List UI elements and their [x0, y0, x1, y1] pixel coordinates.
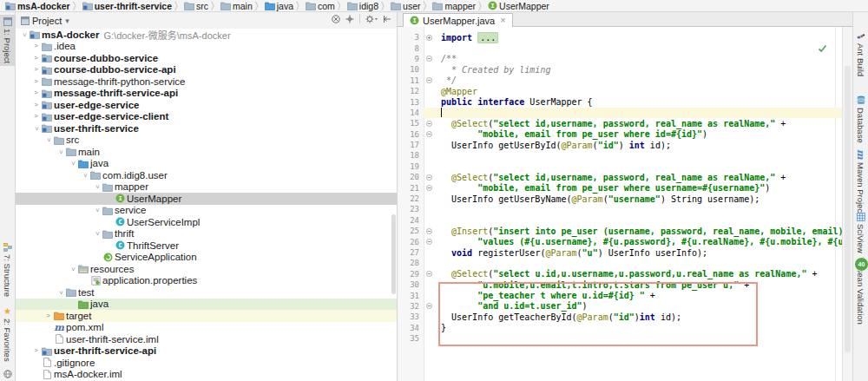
line-number[interactable]: 25: [398, 226, 424, 236]
tree-item-user-edge-service-client[interactable]: >user-edge-service-client: [16, 111, 397, 123]
toolwindow-button----favorites[interactable]: ★2: Favorites: [0, 304, 15, 365]
line-number[interactable]: 20: [398, 172, 424, 182]
chevron-down-icon[interactable]: >: [69, 159, 76, 168]
chevron-down-icon[interactable]: >: [94, 229, 101, 239]
line-number[interactable]: 13: [398, 96, 424, 107]
code-line-26[interactable]: 26 "values (#{u.username}, #{u.password}…: [398, 236, 842, 246]
breadcrumb-item-user-thrift-service[interactable]: user-thrift-service: [82, 0, 172, 11]
tree-item-mapper[interactable]: >mapper: [16, 181, 397, 194]
breadcrumb-item-main[interactable]: main: [220, 0, 253, 11]
code-editor[interactable]: 3import ...89/**10 * Created by liming11…: [398, 27, 852, 381]
chevron-down-icon[interactable]: >: [94, 206, 101, 215]
fold-marker-icon[interactable]: [424, 182, 434, 193]
tree-item-user-thrift-service.iml[interactable]: user-thrift-service.iml: [16, 333, 397, 345]
line-number[interactable]: 16: [398, 129, 424, 140]
locate-icon[interactable]: [345, 15, 354, 23]
tree-item-ThriftServer[interactable]: CThriftServer: [16, 240, 397, 252]
fold-marker-icon[interactable]: [424, 129, 434, 140]
chevron-right-icon[interactable]: >: [31, 66, 41, 73]
fold-marker-icon[interactable]: [424, 236, 434, 246]
tree-item-message-thrift-service-api[interactable]: >message-thrift-service-api: [16, 88, 397, 100]
collapse-all-icon[interactable]: [332, 15, 340, 23]
chevron-right-icon[interactable]: >: [31, 102, 41, 108]
tree-item-message-thrift-python-service[interactable]: >message-thrift-python-service: [16, 76, 397, 88]
breadcrumb-item-java[interactable]: java: [265, 0, 293, 11]
line-number[interactable]: 31: [398, 290, 424, 300]
tree-item-resources[interactable]: >resources: [16, 263, 397, 275]
toolwindow-button-ant-build[interactable]: Ant Build: [853, 30, 868, 79]
breadcrumb-item-msA-docker[interactable]: msA-docker: [5, 0, 70, 11]
line-number[interactable]: 34: [398, 323, 424, 333]
line-number[interactable]: 24: [398, 215, 424, 226]
chevron-right-icon[interactable]: >: [43, 312, 53, 319]
tree-item-course-dubbo-service[interactable]: >course-dubbo-service: [16, 52, 397, 64]
chevron-down-icon[interactable]: >: [69, 264, 76, 273]
code-line-18[interactable]: 18: [398, 150, 842, 161]
breadcrumb-item-src[interactable]: src: [184, 0, 208, 11]
code-line-23[interactable]: 23: [398, 204, 842, 214]
tree-item-main[interactable]: >main: [16, 146, 397, 158]
tree-item-user-edge-service[interactable]: >user-edge-service: [16, 99, 397, 111]
line-number[interactable]: 22: [398, 194, 424, 204]
tree-scrollbar[interactable]: [391, 214, 396, 294]
toolwindow-button-database[interactable]: Database: [853, 93, 868, 146]
chevron-right-icon[interactable]: >: [31, 78, 41, 85]
code-line-29[interactable]: 29 @Select("select u.id,u.username,u.pas…: [398, 269, 842, 279]
toolwindow-button----structure[interactable]: 7: Structure: [0, 240, 15, 299]
fold-marker-icon[interactable]: [424, 226, 434, 236]
line-number[interactable]: 3: [398, 32, 424, 43]
tree-item-thrift[interactable]: >thrift: [16, 228, 397, 240]
chevron-right-icon[interactable]: >: [31, 43, 41, 49]
tree-item-msA-docker.iml[interactable]: msA-docker.iml: [16, 369, 397, 381]
code-line-20[interactable]: 20 @Select("select id,username, password…: [398, 172, 842, 182]
toolwindow-button-web[interactable]: Web: [0, 367, 15, 381]
editor-scrollbar-thumb[interactable]: [845, 66, 851, 352]
tree-item-java[interactable]: >java: [16, 158, 397, 170]
tree-item-user-thrift-service[interactable]: >user-thrift-service: [16, 122, 397, 135]
line-number[interactable]: 15: [398, 118, 424, 128]
hide-icon[interactable]: [383, 15, 391, 23]
chevron-down-icon[interactable]: >: [57, 147, 64, 156]
breadcrumb-item-mapper[interactable]: mapper: [432, 0, 476, 11]
fold-marker-icon[interactable]: [424, 301, 434, 312]
code-line-13[interactable]: 13public interface UserMapper {: [398, 96, 842, 107]
tree-item-target[interactable]: >target: [16, 310, 397, 322]
fold-marker-icon[interactable]: [424, 76, 434, 86]
tree-item-msA-docker[interactable]: >msA-dockerG:\docker-微服务\msA-docker: [16, 29, 397, 41]
line-number[interactable]: 21: [398, 182, 424, 193]
line-number[interactable]: 18: [398, 150, 424, 161]
chevron-down-icon[interactable]: ▾: [65, 16, 69, 25]
code-line-17[interactable]: 17 UserInfo getUserById(@Param("id") int…: [398, 140, 842, 150]
code-line-22[interactable]: 22 UserInfo getUserByName(@Param("userna…: [398, 194, 842, 204]
code-line-3[interactable]: 3import ...: [398, 32, 842, 43]
tree-item-service[interactable]: >service: [16, 205, 397, 217]
line-number[interactable]: 35: [398, 333, 424, 344]
tree-item-.idea[interactable]: >.idea: [16, 41, 397, 53]
chevron-down-icon[interactable]: >: [57, 287, 64, 297]
settings-icon[interactable]: [365, 15, 378, 23]
breadcrumb-item-idig8[interactable]: idig8: [347, 0, 378, 11]
code-line-27[interactable]: 27 void registerUser(@Param("u") UserInf…: [398, 247, 842, 258]
fold-marker-icon[interactable]: [424, 172, 434, 182]
tree-item-src[interactable]: >src: [16, 135, 397, 147]
tree-item-com.idig8.user[interactable]: >com.idig8.user: [16, 169, 397, 181]
close-icon[interactable]: ×: [500, 16, 505, 25]
tree-item-UserMapper[interactable]: IUserMapper: [16, 193, 397, 205]
chevron-down-icon[interactable]: >: [33, 123, 40, 133]
code-line-21[interactable]: 21 "mobile, email from pe_user where use…: [398, 182, 842, 193]
tree-item-pom.xml[interactable]: mpom.xml: [16, 322, 397, 334]
line-number[interactable]: 26: [398, 236, 424, 246]
tab-usermapper-java[interactable]: I UserMapper.java ×: [403, 13, 513, 27]
code-line-10[interactable]: 10 * Created by liming: [398, 64, 842, 75]
tree-item-application.properties[interactable]: application.properties: [16, 275, 397, 287]
line-number[interactable]: 8: [398, 43, 424, 53]
chevron-right-icon[interactable]: >: [31, 89, 41, 96]
tree-item-ServiceApplication[interactable]: ServiceApplication: [16, 252, 397, 264]
line-number[interactable]: 27: [398, 247, 424, 258]
editor-scrollbar[interactable]: [842, 27, 852, 381]
line-number[interactable]: 23: [398, 204, 424, 214]
line-number[interactable]: 14: [398, 108, 424, 118]
code-line-12[interactable]: 12@Mapper: [398, 86, 842, 96]
fold-marker-icon[interactable]: [424, 118, 434, 128]
line-number[interactable]: 19: [398, 161, 424, 172]
